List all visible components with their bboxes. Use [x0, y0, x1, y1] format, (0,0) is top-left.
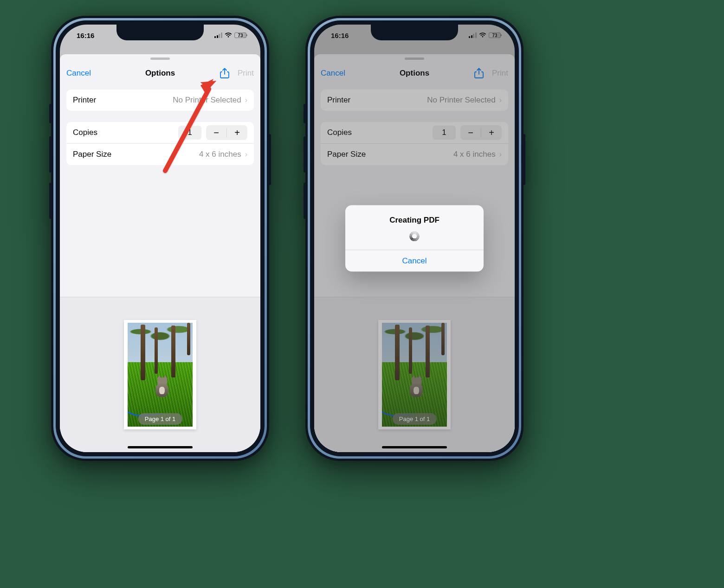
- cancel-button[interactable]: Cancel: [66, 69, 91, 78]
- copies-label: Copies: [73, 128, 97, 137]
- copies-value[interactable]: 1: [178, 126, 201, 140]
- home-indicator[interactable]: [382, 446, 447, 448]
- sheet-grabber[interactable]: [60, 54, 260, 63]
- chevron-right-icon: ›: [245, 96, 247, 104]
- phone-right: 16:16 73 Cancel Options: [305, 16, 524, 461]
- copies-decrement-button[interactable]: −: [206, 125, 226, 140]
- share-icon: [220, 68, 229, 79]
- share-button[interactable]: [220, 68, 229, 79]
- alert-title: Creating PDF: [354, 216, 475, 225]
- print-button[interactable]: Print: [238, 69, 254, 78]
- paper-size-label: Paper Size: [73, 150, 111, 159]
- page-indicator-badge: Page 1 of 1: [138, 413, 182, 425]
- cellular-icon: [214, 32, 222, 38]
- copies-row: Copies 1 − +: [66, 122, 254, 144]
- printer-label: Printer: [73, 96, 96, 105]
- notch: [371, 25, 458, 40]
- home-indicator[interactable]: [128, 446, 193, 448]
- print-options-sheet: Cancel Options Print: [60, 54, 260, 452]
- print-preview-area[interactable]: Page 1 of 1: [60, 297, 260, 452]
- copies-stepper: − +: [206, 125, 247, 140]
- preview-page[interactable]: Page 1 of 1: [124, 320, 196, 429]
- printer-value: No Printer Selected: [173, 96, 241, 105]
- copies-increment-button[interactable]: +: [227, 125, 247, 140]
- notch: [116, 25, 204, 40]
- chevron-right-icon: ›: [245, 150, 247, 159]
- spinner-icon: [409, 231, 420, 242]
- preview-photo: [128, 323, 193, 427]
- alert-cancel-button[interactable]: Cancel: [345, 250, 484, 272]
- wifi-icon: [225, 32, 232, 38]
- paper-size-row[interactable]: Paper Size 4 x 6 inches ›: [66, 144, 254, 165]
- phone-left: 16:16 73 Cancel Options: [51, 16, 269, 461]
- navbar: Cancel Options Print: [60, 63, 260, 84]
- printer-row[interactable]: Printer No Printer Selected ›: [66, 89, 254, 111]
- creating-pdf-alert: Creating PDF Cancel: [345, 205, 484, 272]
- status-time: 16:16: [77, 32, 94, 39]
- navbar-title: Options: [145, 69, 175, 78]
- battery-icon: 73: [234, 32, 246, 38]
- paper-size-value: 4 x 6 inches: [199, 150, 241, 159]
